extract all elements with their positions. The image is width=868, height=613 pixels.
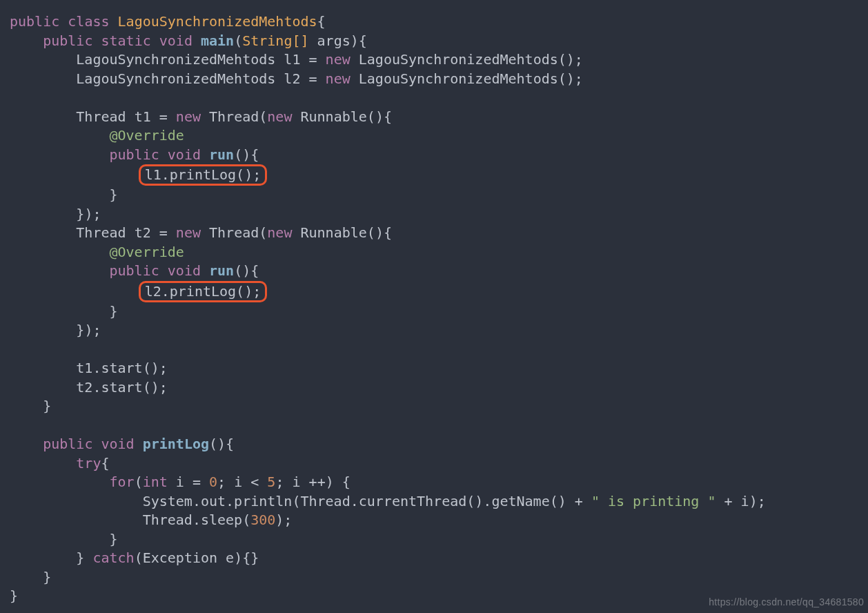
kw-public: public [110, 146, 159, 163]
paren-close: ) [242, 146, 250, 163]
paren-open: ( [367, 224, 375, 241]
id-i: i [293, 474, 301, 490]
kw-for: for [110, 474, 135, 490]
semi: ; [92, 322, 101, 338]
highlight-l1-printlog: l1.printLog(); [139, 164, 268, 186]
num-300: 300 [250, 512, 275, 528]
call-t2-start: t2.start(); [76, 379, 167, 396]
type-ref: LagouSynchronizedMehtods [76, 51, 275, 68]
kw-void: void [168, 146, 201, 163]
fn-main: main [201, 32, 234, 49]
kw-class: class [68, 13, 109, 30]
paren-close: ) [234, 549, 242, 566]
thread-sleep-tail: ); [275, 512, 292, 528]
brace-close: } [76, 549, 84, 566]
type-thread: Thread [209, 224, 259, 241]
op-pp: ++ [309, 474, 326, 490]
id-i: i [234, 474, 242, 490]
id-t2: t2 [135, 224, 151, 241]
id-e: e [226, 549, 234, 566]
paren-close: ) [84, 322, 92, 338]
brace-close: } [110, 531, 118, 547]
id-l2: l2 [284, 70, 300, 87]
paren-open: ( [209, 436, 217, 452]
brace-open: { [359, 32, 367, 49]
semi: ; [92, 206, 101, 222]
kw-void: void [101, 436, 134, 452]
semi: ; [575, 70, 583, 87]
kw-new: new [176, 224, 201, 241]
brace-open: { [250, 146, 259, 163]
brace-close: } [43, 398, 51, 414]
num-5: 5 [267, 474, 275, 490]
call-l1-printlog: l1.printLog(); [145, 166, 262, 183]
fn-run: run [209, 262, 234, 279]
id-i: i [176, 474, 184, 490]
kw-new: new [267, 108, 292, 125]
type-thread: Thread [209, 108, 259, 125]
str-is-printing: " is printing " [591, 493, 716, 509]
fn-printlog: printLog [143, 436, 209, 452]
highlight-l2-printlog: l2.printLog(); [139, 281, 268, 302]
brace-open: { [250, 262, 259, 279]
brace-open: { [101, 455, 109, 471]
class-name: LagouSynchronizedMehtods [118, 13, 317, 30]
code-block: public class LagouSynchronizedMehtods{ p… [0, 0, 868, 613]
annotation-override: @Override [110, 244, 184, 260]
call-t1-start: t1.start(); [76, 360, 167, 376]
brace-close: } [43, 569, 51, 585]
brace-open: { [384, 108, 392, 125]
kw-void: void [159, 32, 193, 49]
kw-public: public [110, 262, 159, 279]
paren-open: ( [367, 108, 375, 125]
id-t1: t1 [135, 108, 151, 125]
brace-close: } [110, 186, 118, 203]
brace-open: { [317, 13, 326, 30]
fn-run: run [209, 146, 234, 163]
paren-close: ) [566, 70, 575, 87]
sys-out-tail: + i); [716, 493, 766, 509]
paren-open: ( [234, 146, 242, 163]
paren-close: ) [84, 206, 92, 222]
paren-open: ( [135, 474, 143, 490]
kw-try: try [76, 455, 101, 471]
semi: ; [275, 474, 284, 490]
paren-open: ( [135, 549, 143, 566]
brace-open: { [342, 474, 351, 490]
kw-public: public [43, 32, 92, 49]
kw-catch: catch [92, 549, 134, 566]
paren-open: ( [259, 108, 267, 125]
type-thread: Thread [76, 224, 126, 241]
thread-sleep-head: Thread.sleep( [143, 512, 251, 528]
paren-open: ( [234, 32, 242, 49]
kw-new: new [267, 224, 292, 241]
type-runnable: Runnable [301, 108, 367, 125]
paren-close: ) [351, 32, 359, 49]
op-eq: = [159, 108, 168, 125]
paren-open: ( [234, 262, 242, 279]
paren-open: ( [558, 51, 566, 68]
op-eq: = [309, 51, 317, 68]
paren-close: ) [242, 262, 250, 279]
paren-open: ( [558, 70, 566, 87]
semi: ; [575, 51, 583, 68]
semi: ; [217, 474, 226, 490]
type-string-arr: String[] [242, 32, 308, 49]
brace-close: } [250, 549, 259, 566]
kw-static: static [101, 32, 150, 49]
kw-public: public [10, 13, 59, 30]
brace-open: { [226, 436, 234, 452]
ctor-call: LagouSynchronizedMehtods [359, 70, 558, 87]
kw-new: new [326, 51, 351, 68]
kw-new: new [326, 70, 351, 87]
op-lt: < [250, 474, 259, 490]
op-eq: = [159, 224, 168, 241]
type-runnable: Runnable [301, 224, 367, 241]
brace-open: { [242, 549, 250, 566]
brace-close: } [10, 587, 18, 604]
id-args: args [317, 32, 351, 49]
kw-public: public [43, 436, 92, 452]
type-ref: LagouSynchronizedMehtods [76, 70, 275, 87]
brace-close: } [110, 303, 118, 320]
sys-out-head: System.out.println(Thread.currentThread(… [143, 493, 591, 509]
